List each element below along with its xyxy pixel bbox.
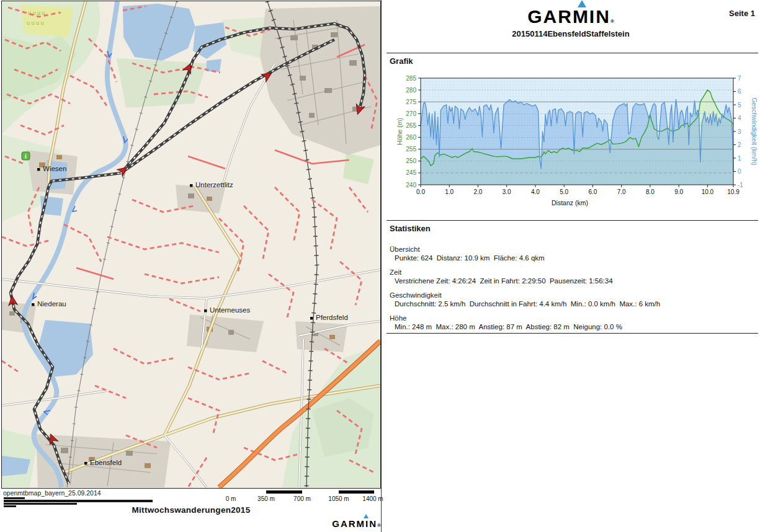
svg-text:5.0: 5.0 <box>560 188 568 195</box>
map-scale-bar: 0 m 350 m 700 m 1050 m 1400 m <box>217 489 381 504</box>
map-attribution: openmtbmap_bayern_25.09.2014 <box>3 489 101 497</box>
place-label: Pferdsfeld <box>316 314 348 321</box>
section-statistiken: Statistiken <box>390 224 431 233</box>
stat-group-values: Durchschnitt: 2.5 km/h Durchschnitt in F… <box>390 300 737 308</box>
stat-group: ZeitVerstrichene Zeit: 4:26:24 Zeit in F… <box>390 268 737 285</box>
scale-label: 1400 m <box>362 495 383 502</box>
garmin-triangle-icon <box>578 0 586 7</box>
track-caption: Mittwochswanderungen2015 <box>1 505 381 515</box>
scale-label: 0 m <box>226 495 236 502</box>
svg-text:7: 7 <box>738 75 741 82</box>
svg-text:i: i <box>25 153 27 160</box>
elevation-speed-chart: 240245250255260265270275280285-101234567… <box>396 69 758 215</box>
place-label: Unterneuses <box>210 306 250 314</box>
svg-text:3.0: 3.0 <box>503 188 511 195</box>
place-label: Wiesen <box>43 165 66 172</box>
svg-text:3: 3 <box>738 128 741 135</box>
svg-text:10.0: 10.0 <box>702 188 714 195</box>
place-label: Niederau <box>37 300 66 308</box>
svg-text:5: 5 <box>738 102 741 109</box>
info-icon: i <box>22 152 30 160</box>
svg-text:Distanz (km): Distanz (km) <box>552 199 588 206</box>
svg-text:10.9: 10.9 <box>727 188 740 195</box>
scrub-pattern: u u u u <box>28 10 45 16</box>
scale-label: 700 m <box>293 495 311 502</box>
scale-bar-segment <box>266 490 302 494</box>
map-canvas: u u u u u u u u <box>1 1 381 489</box>
svg-text:9.0: 9.0 <box>674 188 683 195</box>
svg-text:-1: -1 <box>738 182 743 188</box>
svg-text:7.0: 7.0 <box>617 188 626 195</box>
garmin-triangle-icon <box>364 514 369 518</box>
statistics-block: ÜbersichtPunkte: 624 Distanz: 10.9 km Fl… <box>390 246 737 337</box>
divider <box>387 53 758 53</box>
divider <box>387 333 758 334</box>
place-label: Ebensfeld <box>90 459 122 466</box>
svg-text:Höhe (m): Höhe (m) <box>396 118 403 145</box>
section-grafik: Grafik <box>390 56 413 66</box>
svg-text:2.0: 2.0 <box>474 188 483 195</box>
stat-group-title: Übersicht <box>390 246 737 253</box>
stat-group-values: Punkte: 624 Distanz: 10.9 km Fläche: 4.6… <box>390 254 737 262</box>
stat-group: GeschwindigkeitDurchschnitt: 2.5 km/h Du… <box>390 291 737 308</box>
page-number: Seite 1 <box>729 9 755 18</box>
svg-text:255: 255 <box>406 146 416 153</box>
garmin-print-page: { "page": { "number_label": "Seite 1" },… <box>0 0 760 532</box>
scale-label: 1050 m <box>328 495 349 502</box>
svg-text:0.0: 0.0 <box>416 188 425 195</box>
svg-text:245: 245 <box>406 169 416 176</box>
svg-text:1.0: 1.0 <box>445 188 454 195</box>
track-title: 20150114EbensfeldStaffelstein <box>409 29 732 38</box>
svg-text:1: 1 <box>738 155 741 162</box>
svg-text:8.0: 8.0 <box>646 188 655 195</box>
svg-text:285: 285 <box>406 75 416 82</box>
garmin-header-logo: GARMIN® <box>409 6 732 27</box>
stat-group-title: Zeit <box>390 268 737 276</box>
svg-text:4: 4 <box>738 115 741 122</box>
svg-text:270: 270 <box>406 110 416 117</box>
map-page-column: u u u u u u u u <box>1 0 382 532</box>
stat-group-title: Höhe <box>390 314 737 322</box>
scale-bar-segment <box>339 490 374 494</box>
scale-label: 350 m <box>257 495 275 502</box>
svg-text:250: 250 <box>406 157 416 164</box>
stat-group-values: Verstrichene Zeit: 4:26:24 Zeit in Fahrt… <box>390 277 737 285</box>
svg-text:275: 275 <box>406 99 416 105</box>
svg-text:280: 280 <box>406 87 416 94</box>
svg-text:260: 260 <box>406 134 416 141</box>
svg-text:240: 240 <box>406 182 416 188</box>
svg-text:u u u u: u u u u <box>27 20 44 26</box>
divider <box>387 220 758 221</box>
stat-group-title: Geschwindigkeit <box>390 291 737 299</box>
svg-text:265: 265 <box>406 122 416 129</box>
svg-text:4.0: 4.0 <box>531 188 540 195</box>
stat-group-values: Min.: 248 m Max.: 280 m Anstieg: 87 m Ab… <box>390 323 737 330</box>
stat-group: ÜbersichtPunkte: 624 Distanz: 10.9 km Fl… <box>390 246 737 262</box>
svg-text:6: 6 <box>738 88 741 95</box>
garmin-footer-logo: GARMIN® <box>316 518 381 529</box>
svg-text:Geschwindigkeit (km/h): Geschwindigkeit (km/h) <box>751 97 758 165</box>
place-label: Unterzettlitz <box>195 181 233 188</box>
stat-group: HöheMin.: 248 m Max.: 280 m Anstieg: 87 … <box>390 314 737 330</box>
svg-text:2: 2 <box>738 141 741 148</box>
svg-text:0: 0 <box>738 168 741 175</box>
svg-text:6.0: 6.0 <box>588 188 597 195</box>
